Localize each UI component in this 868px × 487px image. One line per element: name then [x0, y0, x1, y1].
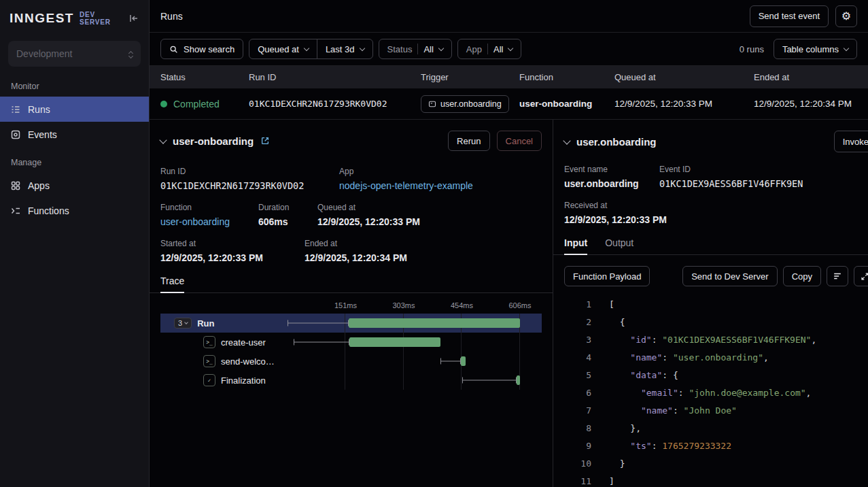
started-at-value: 12/9/2025, 12:20:33 PM	[160, 252, 298, 263]
cancel-button[interactable]: Cancel	[497, 131, 542, 151]
time-range-dropdown[interactable]: Last 3d	[317, 39, 373, 59]
runs-count: 0 runs	[740, 44, 764, 54]
environment-value: Development	[16, 48, 73, 59]
show-search-label: Show search	[184, 44, 235, 54]
copy-button[interactable]: Copy	[783, 266, 821, 286]
environment-select[interactable]: Development	[8, 41, 141, 67]
column-header-ended-at: Ended at	[754, 72, 857, 82]
queued-at-label: Queued at	[317, 203, 420, 212]
trace-span-bar[interactable]	[461, 356, 466, 366]
external-link-icon[interactable]	[260, 136, 270, 146]
chevron-down-icon	[304, 45, 309, 50]
trace-span-bar[interactable]	[517, 375, 520, 385]
trace-row[interactable]: >_send-welco…	[160, 352, 542, 371]
trace-span-bar[interactable]	[349, 318, 520, 328]
code-line: 5 "data": {	[564, 367, 857, 384]
event-payload-code[interactable]: 1[2 {3 "id": "01KC1DEX9AESS6BF1V46FFK9EN…	[564, 296, 857, 487]
sidebar: INNGEST DEV SERVER Development Monitor R…	[0, 0, 150, 487]
send-test-event-button[interactable]: Send test event	[750, 5, 829, 27]
collapse-run-details-icon[interactable]	[159, 136, 167, 144]
code-line: 10 }	[564, 455, 857, 473]
trace-row[interactable]: >_create-user	[160, 333, 542, 352]
line-number: 9	[564, 437, 591, 455]
app-filter-label: App	[466, 44, 482, 54]
line-number: 2	[564, 314, 591, 331]
line-number: 7	[564, 402, 591, 420]
tab-input[interactable]: Input	[564, 237, 587, 254]
app-window: INNGEST DEV SERVER Development Monitor R…	[0, 0, 868, 487]
status-filter-label: Status	[387, 44, 413, 54]
sidebar-item-events[interactable]: Events	[0, 122, 149, 147]
timeline-tick: 303ms	[392, 301, 415, 309]
chevron-down-icon	[359, 45, 364, 50]
code-line: 7 "name": "John Doe"	[564, 402, 857, 420]
function-label: Function	[160, 203, 251, 212]
invoke-button[interactable]: Invoke	[834, 131, 868, 152]
line-number: 3	[564, 331, 591, 349]
duration-value: 606ms	[258, 216, 311, 227]
trace-row[interactable]: ✓Finalization	[160, 371, 542, 390]
status-badge: Completed	[173, 99, 220, 110]
finalization-icon: ✓	[203, 374, 215, 386]
run-id-cell: 01KC1DEXCHR2N617Z93RK0VD02	[249, 99, 421, 109]
table-row[interactable]: Completed 01KC1DEXCHR2N617Z93RK0VD02 use…	[150, 88, 868, 120]
manage-section-label: Manage	[0, 147, 149, 173]
word-wrap-button[interactable]	[827, 266, 848, 286]
collapse-sidebar-icon[interactable]	[128, 13, 139, 24]
run-status-cell: Completed	[160, 99, 249, 110]
events-icon	[10, 129, 21, 140]
ended-at-label: Ended at	[305, 239, 407, 248]
started-at-label: Started at	[160, 239, 298, 248]
run-title: user-onboarding	[173, 135, 254, 147]
sidebar-item-apps[interactable]: Apps	[0, 173, 149, 198]
app-link[interactable]: nodejs-open-telemetry-example	[339, 180, 473, 191]
code-line: 9 "ts": 1765279233322	[564, 437, 857, 455]
queued-at-dropdown[interactable]: Queued at	[249, 39, 317, 59]
collapse-event-details-icon[interactable]	[563, 137, 570, 144]
rerun-button[interactable]: Rerun	[448, 131, 489, 151]
sidebar-item-runs[interactable]: Runs	[0, 97, 149, 122]
expand-payload-button[interactable]	[854, 266, 868, 286]
table-columns-dropdown[interactable]: Table columns	[774, 39, 857, 59]
column-header-function: Function	[519, 72, 614, 82]
collapse-children-chip[interactable]: 3	[174, 318, 192, 329]
column-header-queued-at: Queued at	[614, 72, 754, 82]
timeline-tick: 151ms	[334, 301, 357, 309]
show-search-button[interactable]: Show search	[160, 39, 243, 59]
tab-output[interactable]: Output	[605, 237, 633, 254]
trigger-event-badge[interactable]: user.onboarding	[421, 95, 509, 113]
column-header-status: Status	[160, 72, 249, 82]
trace-span-bar[interactable]	[349, 337, 440, 347]
event-name-value: user.onboarding	[564, 178, 653, 189]
function-payload-chip: Function Payload	[564, 266, 650, 286]
payload-toolbar: Function Payload Send to Dev Server Copy	[564, 266, 868, 286]
monitor-section-label: Monitor	[0, 71, 149, 97]
step-terminal-icon: >_	[203, 355, 215, 367]
settings-button[interactable]: ⚙	[835, 5, 857, 27]
line-number: 4	[564, 349, 591, 367]
trace-row[interactable]: 3Run	[160, 314, 542, 333]
queued-at-cell: 12/9/2025, 12:20:33 PM	[614, 99, 754, 109]
sidebar-item-functions[interactable]: Functions	[0, 198, 149, 223]
function-link[interactable]: user-onboarding	[160, 216, 251, 227]
run-details-panel: user-onboarding Rerun Cancel Run ID 01KC…	[150, 120, 553, 487]
trace-row-name: send-welco…	[221, 356, 275, 367]
trace-wait-line	[288, 320, 349, 326]
run-id-value: 01KC1DEXCHR2N617Z93RK0VD02	[160, 180, 332, 191]
search-icon	[169, 45, 178, 54]
time-range-label: Last 3d	[326, 44, 355, 54]
time-filter-group: Queued at Last 3d	[249, 39, 372, 59]
timeline-tick: 454ms	[451, 301, 473, 309]
received-at-value: 12/9/2025, 12:20:33 PM	[564, 214, 667, 225]
event-id-label: Event ID	[659, 165, 803, 174]
trigger-event-name: user.onboarding	[440, 99, 502, 109]
app-filter-dropdown[interactable]: App All	[457, 39, 522, 59]
tab-trace[interactable]: Trace	[160, 275, 184, 292]
trace-waterfall: 151ms303ms454ms606ms 3Run>_create-user>_…	[160, 300, 542, 390]
trace-row-name: Finalization	[221, 375, 266, 386]
send-to-dev-server-button[interactable]: Send to Dev Server	[682, 266, 777, 286]
code-line: 4 "name": "user.onboarding",	[564, 349, 857, 367]
function-cell: user-onboarding	[519, 99, 614, 109]
line-number: 11	[564, 473, 591, 487]
status-filter-dropdown[interactable]: Status All	[379, 39, 452, 59]
